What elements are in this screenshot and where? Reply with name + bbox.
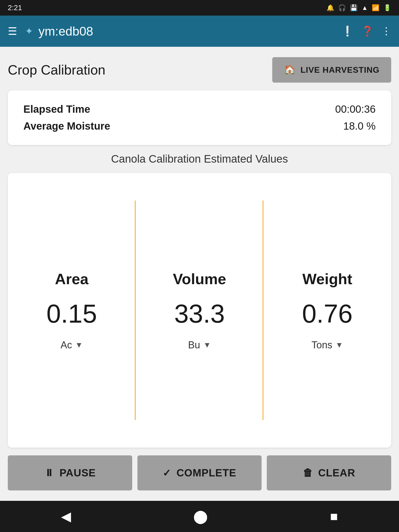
sd-card-icon: 💾 [350, 4, 358, 11]
average-moisture-row: Average Moisture 18.0 % [23, 120, 376, 132]
help-icon[interactable]: ❓ [361, 25, 374, 37]
live-harvesting-label: LIVE HARVESTING [301, 65, 380, 75]
volume-header: Volume [173, 270, 226, 288]
pause-label: PAUSE [59, 467, 96, 479]
volume-unit-selector[interactable]: Bu ▼ [188, 340, 211, 351]
menu-icon[interactable]: ☰ [8, 25, 17, 37]
clear-button[interactable]: 🗑 CLEAR [267, 455, 391, 490]
volume-unit-label: Bu [188, 340, 200, 351]
elapsed-time-label: Elapsed Time [23, 103, 90, 115]
back-button[interactable]: ◀ [61, 509, 71, 524]
battery-icon: 🔋 [383, 4, 391, 11]
volume-value: 33.3 [174, 301, 225, 327]
stats-card: Elapsed Time 00:00:36 Average Moisture 1… [8, 90, 391, 145]
weight-metric: Weight 0.76 Tons ▼ [263, 173, 391, 448]
exclamation-icon: ❕ [341, 26, 354, 37]
notification-button[interactable]: ❕ [341, 25, 354, 37]
area-value: 0.15 [46, 301, 97, 327]
elapsed-time-value: 00:00:36 [335, 103, 376, 115]
app-title: ym:edb08 [38, 24, 341, 38]
weight-dropdown-arrow: ▼ [335, 341, 343, 349]
area-unit-label: Ac [61, 340, 72, 351]
weight-unit-label: Tons [311, 340, 332, 351]
status-time: 2:21 [8, 4, 22, 12]
app-bar: ☰ ✦ ym:edb08 ❕ ❓ ⋮ [0, 16, 399, 47]
metrics-card: Area 0.15 Ac ▼ Volume 33.3 Bu ▼ Weight 0… [8, 173, 391, 448]
wifi-icon: ▲ [362, 4, 368, 11]
area-header: Area [55, 270, 89, 288]
pause-icon: ⏸ [44, 467, 54, 478]
notification-status-icon: 🔔 [327, 4, 334, 11]
app-bar-actions: ❕ ❓ ⋮ [341, 25, 391, 37]
weight-value: 0.76 [302, 301, 353, 327]
recents-button[interactable]: ■ [330, 509, 338, 524]
elapsed-time-row: Elapsed Time 00:00:36 [23, 103, 376, 115]
nav-bar: ◀ ⬤ ■ [0, 501, 399, 532]
area-unit-selector[interactable]: Ac ▼ [61, 340, 83, 351]
checkmark-icon: ✓ [163, 467, 171, 479]
page-header: Crop Calibration 🏠 LIVE HARVESTING [8, 57, 391, 83]
weight-unit-selector[interactable]: Tons ▼ [311, 340, 343, 351]
headset-icon: 🎧 [338, 4, 346, 11]
average-moisture-label: Average Moisture [23, 120, 110, 132]
complete-button[interactable]: ✓ COMPLETE [137, 455, 262, 490]
average-moisture-value: 18.0 % [343, 120, 376, 132]
section-title: Canola Calibration Estimated Values [8, 153, 391, 165]
main-content: Crop Calibration 🏠 LIVE HARVESTING Elaps… [0, 47, 399, 501]
home-icon: 🏠 [284, 64, 296, 75]
volume-metric: Volume 33.3 Bu ▼ [136, 173, 263, 448]
area-dropdown-arrow: ▼ [75, 341, 83, 349]
home-button[interactable]: ⬤ [193, 509, 208, 524]
pause-button[interactable]: ⏸ PAUSE [8, 455, 132, 490]
weight-header: Weight [302, 270, 352, 288]
signal-icon: 📶 [372, 4, 380, 11]
page-title: Crop Calibration [8, 62, 105, 78]
area-metric: Area 0.15 Ac ▼ [8, 173, 136, 448]
more-options-icon[interactable]: ⋮ [381, 25, 391, 37]
status-icons: 🔔 🎧 💾 ▲ 📶 🔋 [327, 4, 391, 11]
bluetooth-icon: ✦ [25, 25, 33, 37]
status-bar: 2:21 🔔 🎧 💾 ▲ 📶 🔋 [0, 0, 399, 16]
volume-dropdown-arrow: ▼ [203, 341, 211, 349]
clear-label: CLEAR [318, 467, 355, 479]
trash-icon: 🗑 [303, 467, 313, 478]
bottom-buttons: ⏸ PAUSE ✓ COMPLETE 🗑 CLEAR [8, 455, 391, 490]
complete-label: COMPLETE [176, 467, 236, 479]
live-harvesting-button[interactable]: 🏠 LIVE HARVESTING [272, 57, 391, 83]
